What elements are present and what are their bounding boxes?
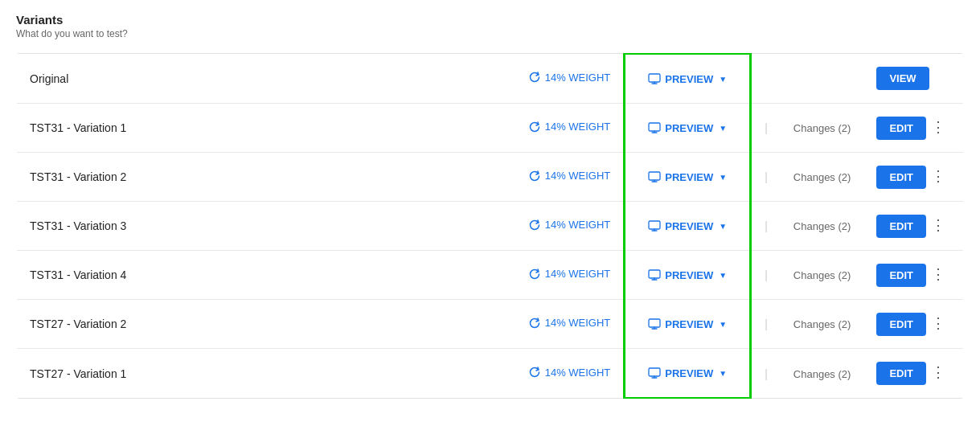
chevron-icon: ▼: [719, 271, 727, 280]
refresh-icon: [528, 121, 541, 133]
preview-icon: [648, 318, 661, 330]
preview-icon: [648, 121, 661, 134]
weight-value: 14% WEIGHT: [528, 219, 611, 231]
row-preview-cell: PREVIEW ▼: [625, 104, 751, 153]
variants-table: Original 14% WEIGHT PREVIEW ▼ VIEWTST31 …: [16, 52, 964, 399]
preview-icon: [648, 170, 661, 183]
row-name: TST31 - Variation 4: [17, 251, 178, 300]
preview-button[interactable]: PREVIEW ▼: [637, 211, 738, 240]
row-name: TST31 - Variation 2: [17, 153, 178, 202]
edit-button[interactable]: EDIT: [876, 215, 926, 238]
table-row: TST27 - Variation 2 14% WEIGHT PREVIEW ▼…: [17, 300, 964, 349]
separator: |: [751, 300, 781, 349]
separator: |: [751, 202, 781, 251]
table-row: TST31 - Variation 3 14% WEIGHT PREVIEW ▼…: [17, 202, 964, 251]
changes-link[interactable]: Changes (2): [793, 122, 851, 134]
weight-value: 14% WEIGHT: [528, 268, 611, 281]
more-options-button[interactable]: ⋮: [926, 264, 950, 285]
svg-rect-5: [649, 319, 660, 327]
preview-icon: [648, 219, 661, 232]
preview-button[interactable]: PREVIEW ▼: [637, 309, 738, 338]
changes-link[interactable]: Changes (2): [793, 171, 851, 183]
svg-rect-0: [649, 74, 660, 82]
edit-button[interactable]: EDIT: [876, 264, 926, 287]
changes-cell[interactable]: Changes (2): [781, 300, 864, 349]
changes-cell[interactable]: Changes (2): [781, 104, 864, 153]
row-spacer: [178, 349, 515, 399]
separator: |: [751, 349, 781, 399]
row-weight: 14% WEIGHT: [515, 104, 625, 153]
variants-subtitle: What do you want to test?: [16, 28, 964, 39]
edit-button[interactable]: EDIT: [876, 166, 926, 189]
table-row: TST31 - Variation 1 14% WEIGHT PREVIEW ▼…: [17, 104, 964, 153]
action-cell: EDIT⋮: [863, 202, 963, 251]
preview-button[interactable]: PREVIEW ▼: [637, 260, 738, 289]
changes-cell[interactable]: Changes (2): [781, 349, 864, 399]
row-weight: 14% WEIGHT: [515, 202, 625, 251]
weight-value: 14% WEIGHT: [528, 317, 611, 330]
row-weight: 14% WEIGHT: [515, 153, 625, 202]
empty-changes: [751, 54, 864, 104]
more-options-button[interactable]: ⋮: [926, 117, 950, 137]
row-preview-cell: PREVIEW ▼: [625, 349, 751, 399]
preview-icon: [648, 268, 661, 281]
row-preview-cell: PREVIEW ▼: [625, 54, 751, 104]
action-cell: EDIT⋮: [863, 153, 963, 202]
row-spacer: [178, 251, 515, 300]
preview-button[interactable]: PREVIEW ▼: [637, 113, 738, 142]
chevron-icon: ▼: [719, 124, 727, 133]
changes-cell[interactable]: Changes (2): [781, 202, 864, 251]
action-cell: EDIT⋮: [863, 251, 963, 300]
preview-icon: [648, 72, 661, 85]
row-spacer: [178, 153, 515, 202]
changes-link[interactable]: Changes (2): [793, 318, 851, 330]
changes-cell[interactable]: Changes (2): [781, 153, 864, 202]
more-options-button[interactable]: ⋮: [926, 215, 950, 236]
changes-link[interactable]: Changes (2): [793, 269, 851, 281]
edit-button[interactable]: EDIT: [876, 362, 926, 385]
variants-container: Variants What do you want to test? Origi…: [0, 0, 980, 412]
more-options-button[interactable]: ⋮: [926, 362, 950, 383]
refresh-icon: [528, 219, 541, 231]
svg-rect-4: [649, 270, 660, 278]
edit-button[interactable]: EDIT: [876, 117, 926, 140]
variants-header: Variants What do you want to test?: [16, 13, 964, 39]
preview-button[interactable]: PREVIEW ▼: [637, 358, 738, 387]
row-name: TST27 - Variation 1: [17, 349, 178, 399]
svg-rect-6: [649, 368, 660, 376]
row-name: Original: [17, 54, 178, 104]
refresh-icon: [528, 170, 541, 182]
view-button[interactable]: VIEW: [876, 67, 929, 90]
refresh-icon: [528, 366, 541, 379]
svg-rect-3: [649, 221, 660, 229]
row-preview-cell: PREVIEW ▼: [625, 251, 751, 300]
row-weight: 14% WEIGHT: [515, 300, 625, 349]
row-spacer: [178, 104, 515, 153]
row-weight: 14% WEIGHT: [515, 54, 625, 104]
preview-button[interactable]: PREVIEW ▼: [637, 64, 738, 93]
variants-title: Variants: [16, 13, 964, 27]
svg-rect-2: [649, 172, 660, 180]
chevron-icon: ▼: [719, 173, 727, 182]
chevron-icon: ▼: [719, 222, 727, 231]
separator: |: [751, 104, 781, 153]
more-options-button[interactable]: ⋮: [926, 166, 950, 186]
refresh-icon: [528, 317, 541, 330]
more-options-button[interactable]: ⋮: [926, 313, 950, 334]
weight-value: 14% WEIGHT: [528, 170, 611, 182]
svg-rect-1: [649, 123, 660, 131]
separator: |: [751, 153, 781, 202]
changes-link[interactable]: Changes (2): [793, 220, 851, 232]
row-weight: 14% WEIGHT: [515, 251, 625, 300]
preview-button[interactable]: PREVIEW ▼: [637, 162, 738, 191]
row-name: TST27 - Variation 2: [17, 300, 178, 349]
row-name: TST31 - Variation 3: [17, 202, 178, 251]
action-cell: VIEW: [863, 54, 963, 104]
row-preview-cell: PREVIEW ▼: [625, 153, 751, 202]
edit-button[interactable]: EDIT: [876, 313, 926, 336]
changes-link[interactable]: Changes (2): [793, 368, 851, 380]
row-spacer: [178, 54, 515, 104]
changes-cell[interactable]: Changes (2): [781, 251, 864, 300]
action-cell: EDIT⋮: [863, 300, 963, 349]
weight-value: 14% WEIGHT: [528, 71, 611, 84]
